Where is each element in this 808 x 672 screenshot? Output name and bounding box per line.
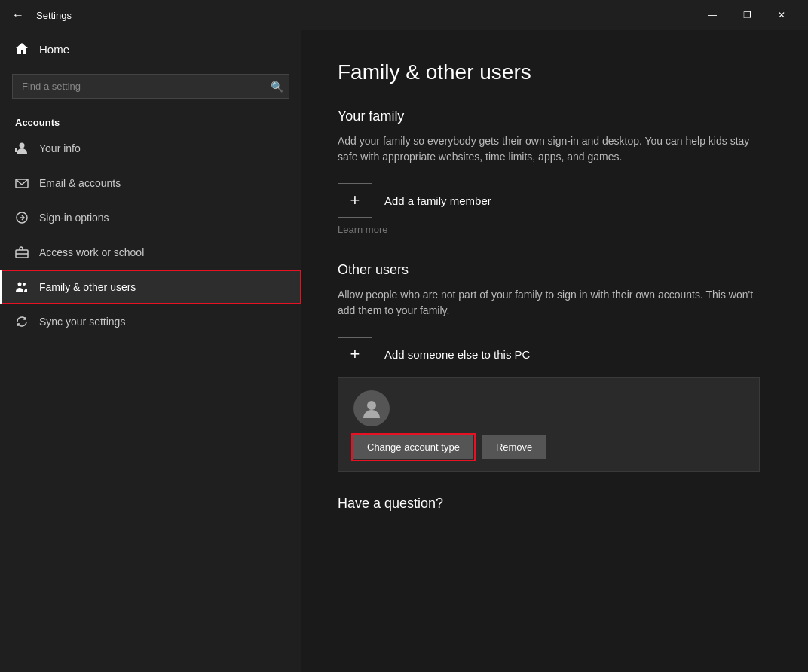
- sidebar-label-your-info: Your info: [39, 142, 81, 154]
- signin-icon: [15, 211, 29, 225]
- sidebar-label-email: Email & accounts: [39, 177, 121, 189]
- add-family-icon[interactable]: +: [338, 183, 372, 218]
- accounts-section-label: Accounts: [0, 111, 301, 131]
- user-card: Change account type Remove: [338, 377, 760, 472]
- close-button[interactable]: ✕: [764, 0, 799, 30]
- avatar: [354, 390, 390, 426]
- sidebar-label-work-school: Access work or school: [39, 246, 144, 258]
- titlebar-controls: — ❐ ✕: [695, 0, 799, 30]
- home-label: Home: [39, 43, 69, 56]
- svg-point-0: [20, 143, 25, 148]
- your-family-desc: Add your family so everybody gets their …: [338, 133, 760, 165]
- svg-point-10: [367, 401, 376, 410]
- add-family-member-row[interactable]: + Add a family member: [338, 183, 772, 218]
- person-icon: [15, 142, 29, 155]
- svg-point-9: [23, 283, 26, 286]
- have-question-heading: Have a question?: [338, 496, 772, 512]
- other-users-desc: Allow people who are not part of your fa…: [338, 287, 760, 319]
- user-card-actions: Change account type Remove: [354, 435, 744, 459]
- titlebar: ← Settings — ❐ ✕: [0, 0, 808, 30]
- family-icon: [15, 280, 29, 294]
- svg-point-8: [18, 283, 22, 286]
- add-family-label: Add a family member: [384, 194, 491, 207]
- minimize-button[interactable]: —: [695, 0, 730, 30]
- sidebar: Home 🔍 Accounts Your info: [0, 30, 301, 672]
- learn-more-link[interactable]: Learn more: [338, 224, 772, 235]
- back-button[interactable]: ←: [9, 5, 27, 25]
- sidebar-item-your-info[interactable]: Your info: [0, 131, 301, 166]
- email-icon: [15, 176, 29, 190]
- add-other-icon[interactable]: +: [338, 337, 372, 371]
- remove-button[interactable]: Remove: [482, 435, 546, 459]
- sync-icon: [15, 315, 29, 328]
- sidebar-item-sync[interactable]: Sync your settings: [0, 304, 301, 339]
- briefcase-icon: [15, 246, 29, 259]
- your-family-title: Your family: [338, 108, 772, 124]
- sidebar-item-home[interactable]: Home: [0, 30, 301, 68]
- sidebar-item-signin[interactable]: Sign-in options: [0, 200, 301, 235]
- search-input[interactable]: [12, 74, 289, 99]
- sidebar-label-family: Family & other users: [39, 281, 136, 293]
- app-body: Home 🔍 Accounts Your info: [0, 30, 808, 672]
- home-icon: [15, 42, 29, 56]
- change-account-type-button[interactable]: Change account type: [354, 435, 473, 459]
- content-area: Family & other users Your family Add you…: [301, 30, 808, 672]
- search-container: 🔍: [12, 74, 289, 99]
- sidebar-label-signin: Sign-in options: [39, 212, 109, 224]
- search-button[interactable]: 🔍: [271, 81, 283, 93]
- user-card-header: [354, 390, 744, 426]
- sidebar-item-work-school[interactable]: Access work or school: [0, 235, 301, 270]
- maximize-button[interactable]: ❐: [730, 0, 764, 30]
- sidebar-item-family[interactable]: Family & other users: [0, 270, 301, 304]
- add-other-label: Add someone else to this PC: [384, 348, 530, 361]
- titlebar-title: Settings: [36, 10, 72, 21]
- add-other-user-row[interactable]: + Add someone else to this PC: [338, 337, 772, 371]
- sidebar-label-sync: Sync your settings: [39, 316, 125, 328]
- page-title: Family & other users: [338, 60, 772, 84]
- other-users-title: Other users: [338, 262, 772, 278]
- sidebar-item-email-accounts[interactable]: Email & accounts: [0, 166, 301, 200]
- titlebar-left: ← Settings: [9, 5, 72, 25]
